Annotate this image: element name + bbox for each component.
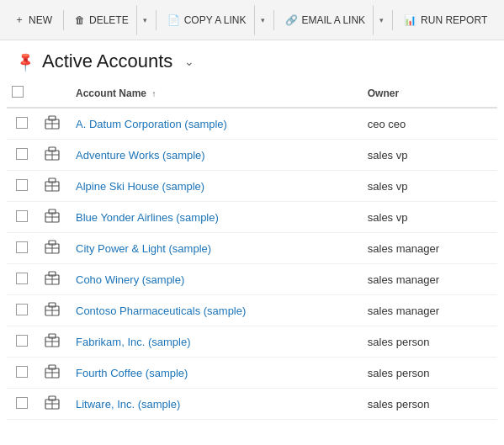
account-icon [44, 332, 61, 349]
account-name-link[interactable]: Fabrikam, Inc. (sample) [76, 336, 191, 348]
accounts-table: Account Name ↑ Owner A. Datum Corporatio… [7, 79, 497, 420]
owner-cell: sales person [359, 358, 497, 389]
new-button-group: ＋ NEW [7, 5, 60, 35]
delete-button-group: 🗑 DELETE ▾ [67, 5, 152, 35]
account-name-cell: Fabrikam, Inc. (sample) [67, 326, 359, 358]
table-row: Contoso Pharmaceuticals (sample)sales ma… [7, 295, 497, 326]
copy-link-dropdown-button[interactable]: ▾ [254, 5, 270, 35]
separator-3 [273, 10, 274, 30]
account-type-icon-cell [37, 264, 67, 295]
copy-link-button[interactable]: 📄 COPY A LINK [160, 5, 254, 35]
account-name-cell: Blue Yonder Airlines (sample) [67, 202, 359, 233]
account-icon [44, 270, 61, 287]
account-type-icon-cell [37, 389, 67, 420]
account-icon [44, 239, 61, 256]
row-checkbox[interactable] [16, 397, 28, 409]
row-checkbox[interactable] [16, 304, 28, 315]
owner-header[interactable]: Owner [359, 79, 497, 108]
row-checkbox[interactable] [16, 117, 28, 129]
account-name-cell: Alpine Ski House (sample) [67, 171, 359, 202]
delete-label: DELETE [89, 14, 129, 26]
account-name-link[interactable]: Contoso Pharmaceuticals (sample) [76, 305, 246, 317]
trash-icon: 🗑 [75, 14, 85, 26]
account-name-cell: A. Datum Corporation (sample) [67, 108, 359, 140]
row-checkbox-cell [7, 295, 37, 326]
run-report-label: RUN REPORT [421, 14, 487, 26]
accounts-table-container: Account Name ↑ Owner A. Datum Corporatio… [0, 79, 504, 420]
row-checkbox-cell [7, 108, 37, 140]
owner-cell: sales person [359, 389, 497, 420]
copy-link-button-group: 📄 COPY A LINK ▾ [160, 5, 270, 35]
row-checkbox-cell [7, 171, 37, 202]
page-title: Active Accounts [42, 50, 172, 72]
table-row: Fourth Coffee (sample)sales person [7, 358, 497, 389]
row-checkbox-cell [7, 358, 37, 389]
new-button[interactable]: ＋ NEW [7, 5, 60, 35]
run-report-button[interactable]: 📊 RUN REPORT [396, 5, 495, 35]
account-name-link[interactable]: Litware, Inc. (sample) [76, 398, 180, 411]
owner-cell: sales vp [359, 140, 497, 171]
account-type-icon-cell [37, 233, 67, 264]
account-icon [44, 301, 61, 318]
row-checkbox[interactable] [16, 179, 28, 191]
title-dropdown-icon[interactable]: ⌄ [184, 55, 194, 68]
row-checkbox-cell [7, 140, 37, 171]
account-icon [44, 146, 61, 162]
email-link-dropdown-button[interactable]: ▾ [373, 5, 389, 35]
row-checkbox-cell [7, 326, 37, 358]
account-name-header[interactable]: Account Name ↑ [67, 79, 359, 108]
chevron-down-icon-2: ▾ [261, 16, 265, 24]
account-icon [44, 114, 61, 131]
account-name-cell: Contoso Pharmaceuticals (sample) [67, 295, 359, 326]
owner-header-label: Owner [368, 87, 399, 99]
table-row: Alpine Ski House (sample)sales vp [7, 171, 497, 202]
owner-cell: sales person [359, 326, 497, 358]
row-checkbox[interactable] [16, 148, 28, 160]
row-checkbox[interactable] [16, 366, 28, 378]
select-all-checkbox[interactable] [12, 86, 24, 98]
account-type-icon-cell [37, 295, 67, 326]
email-link-button[interactable]: 🔗 EMAIL A LINK [278, 5, 374, 35]
row-checkbox[interactable] [16, 210, 28, 222]
email-link-button-group: 🔗 EMAIL A LINK ▾ [278, 5, 390, 35]
account-name-link[interactable]: Alpine Ski House (sample) [76, 180, 204, 193]
account-name-link[interactable]: Coho Winery (sample) [76, 273, 184, 286]
copy-link-label: COPY A LINK [184, 14, 247, 26]
table-row: City Power & Light (sample)sales manager [7, 233, 497, 264]
row-checkbox[interactable] [16, 335, 28, 347]
account-name-cell: Fourth Coffee (sample) [67, 358, 359, 389]
owner-cell: sales manager [359, 233, 497, 264]
separator-4 [392, 10, 393, 30]
owner-cell: sales manager [359, 295, 497, 326]
row-checkbox-cell [7, 233, 37, 264]
delete-button[interactable]: 🗑 DELETE [67, 5, 136, 35]
toolbar: ＋ NEW 🗑 DELETE ▾ 📄 COPY A LINK ▾ 🔗 EMAIL… [0, 0, 504, 40]
select-all-header[interactable] [7, 79, 37, 108]
separator-2 [156, 10, 157, 30]
row-checkbox-cell [7, 389, 37, 420]
account-name-link[interactable]: A. Datum Corporation (sample) [76, 118, 227, 130]
table-row: Fabrikam, Inc. (sample)sales person [7, 326, 497, 358]
run-report-button-group: 📊 RUN REPORT [396, 5, 495, 35]
row-checkbox[interactable] [16, 241, 28, 253]
account-type-icon-cell [37, 171, 67, 202]
account-type-icon-cell [37, 108, 67, 140]
account-name-cell: Litware, Inc. (sample) [67, 389, 359, 420]
account-name-link[interactable]: City Power & Light (sample) [76, 242, 211, 255]
account-name-link[interactable]: Blue Yonder Airlines (sample) [76, 211, 219, 224]
account-name-link[interactable]: Adventure Works (sample) [76, 149, 205, 162]
account-icon [44, 208, 61, 225]
sort-icon: ↑ [151, 89, 156, 98]
table-row: Litware, Inc. (sample)sales person [7, 389, 497, 420]
account-icon [44, 363, 61, 380]
delete-dropdown-button[interactable]: ▾ [136, 5, 152, 35]
table-row: Coho Winery (sample)sales manager [7, 264, 497, 295]
row-checkbox[interactable] [16, 273, 28, 284]
page-header: 📌 Active Accounts ⌄ [0, 40, 504, 79]
owner-cell: ceo ceo [359, 108, 497, 140]
chevron-down-icon-3: ▾ [379, 16, 384, 24]
owner-cell: sales vp [359, 171, 497, 202]
account-type-icon-cell [37, 326, 67, 358]
account-name-link[interactable]: Fourth Coffee (sample) [76, 367, 188, 379]
account-type-icon-cell [37, 140, 67, 171]
